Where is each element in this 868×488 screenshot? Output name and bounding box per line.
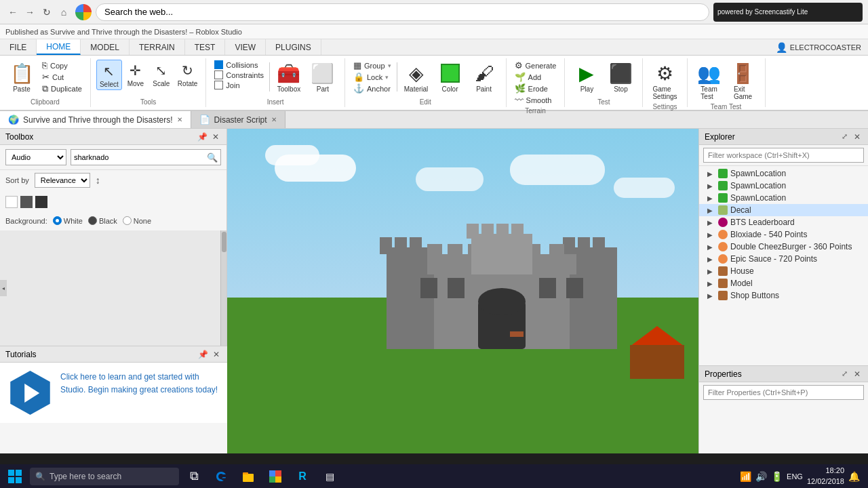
copy-button[interactable]: ⎘ Copy	[39, 60, 85, 71]
refresh-button[interactable]: ↻	[39, 5, 54, 20]
smooth-button[interactable]: 〰 Smooth	[512, 94, 559, 106]
erode-button[interactable]: 🌿 Erode	[512, 83, 559, 94]
tree-item-bloxiade[interactable]: ▶ Bloxiade - 540 Points	[699, 228, 868, 241]
tree-item-spawn3[interactable]: ▶ SpawnLocation	[699, 192, 868, 204]
tab-terrain[interactable]: TERRAIN	[130, 39, 185, 55]
paint-button[interactable]: 🖌 Paint	[468, 60, 500, 94]
taskbar-clock[interactable]: 18:20 12/02/2018	[807, 466, 844, 487]
home-button[interactable]: ⌂	[56, 5, 71, 20]
taskbar-app-explorer-file[interactable]	[236, 464, 260, 488]
tree-item-bts[interactable]: ▶ BTS Leaderboard	[699, 216, 868, 228]
tree-item-epicsauce[interactable]: ▶ Epic Sauce - 720 Points	[699, 253, 868, 265]
tree-item-shopbuttons[interactable]: ▶ Shop Buttons	[699, 289, 868, 302]
taskbar-search-bar[interactable]: 🔍 Type here to search	[30, 468, 179, 485]
explorer-pin-button[interactable]: ⤢	[839, 131, 850, 142]
tab-plugins[interactable]: PLUGINS	[266, 39, 321, 55]
tab-survive[interactable]: 🌍 Survive and Thrive through the Disaste…	[0, 111, 191, 128]
duplicate-button[interactable]: ⧉ Duplicate	[39, 83, 85, 95]
collapse-arrow[interactable]: ◂	[0, 280, 7, 296]
lock-button[interactable]: 🔒 Lock ▾	[351, 71, 394, 83]
taskbar-app-chrome[interactable]	[263, 464, 288, 488]
add-button[interactable]: 🌱 Add	[512, 71, 559, 83]
bg-none-radio[interactable]: None	[123, 216, 151, 225]
tree-item-spawn1[interactable]: ▶ SpawnLocation	[699, 167, 868, 180]
tree-item-spawn2[interactable]: ▶ SpawnLocation	[699, 180, 868, 192]
search-button[interactable]: 🔍	[207, 152, 218, 163]
generate-button[interactable]: ⚙ Generate	[512, 60, 559, 71]
disaster-tab-close[interactable]: ✕	[271, 116, 277, 123]
paste-button[interactable]: 📋 Paste	[5, 60, 38, 94]
tab-test[interactable]: TEST	[185, 39, 226, 55]
taskbar-right-area: 📶 🔊 🔋 ENG 18:20 12/02/2018 🔔	[740, 466, 865, 487]
sort-cursor[interactable]: ↕	[96, 175, 100, 186]
bg-white-radio[interactable]: White	[53, 216, 83, 225]
constraints-button[interactable]: Constraints	[212, 70, 267, 80]
toolbox-pin-button[interactable]: 📌	[197, 131, 208, 142]
move-button[interactable]: ✛ Move	[123, 60, 148, 89]
taskbar-app-taskview[interactable]: ⧉	[182, 464, 206, 488]
join-button[interactable]: Join	[212, 80, 267, 90]
search-input[interactable]	[74, 153, 207, 161]
tutorials-close-button[interactable]: ✕	[211, 349, 222, 360]
anchor-button[interactable]: ⚓ Anchor	[351, 83, 394, 94]
move-icon: ✛	[126, 61, 145, 80]
survive-tab-close[interactable]: ✕	[177, 116, 182, 123]
play-button[interactable]: ▶ Play	[570, 60, 603, 94]
taskbar-notification-icon[interactable]: 🔔	[848, 471, 860, 482]
tutorials-text[interactable]: Click here to learn and get started with…	[60, 371, 219, 396]
team-test-button[interactable]: 👥 TeamTest	[693, 60, 726, 102]
tab-home[interactable]: HOME	[37, 39, 81, 55]
properties-close-button[interactable]: ✕	[852, 369, 863, 380]
exit-game-button[interactable]: 🚪 ExitGame	[727, 60, 760, 102]
cut-button[interactable]: ✂ Cut	[39, 71, 85, 83]
red-roof-building	[630, 326, 684, 379]
group-button[interactable]: ▦ Group ▾	[351, 60, 394, 71]
tutorials-body[interactable]: Click here to learn and get started with…	[0, 363, 227, 423]
toolbox-close-button[interactable]: ✕	[210, 131, 221, 142]
tab-model[interactable]: MODEL	[81, 39, 130, 55]
tree-item-house[interactable]: ▶ House	[699, 265, 868, 277]
taskbar-network-icon[interactable]: 📶	[740, 471, 751, 482]
start-button[interactable]	[3, 464, 27, 488]
stop-button[interactable]: ⬛ Stop	[604, 60, 637, 94]
color-button[interactable]: Color	[434, 60, 467, 94]
back-button[interactable]: ←	[5, 5, 20, 20]
tab-disaster-script[interactable]: 📄 Disaster Script ✕	[191, 111, 285, 128]
tab-file[interactable]: FILE	[0, 39, 37, 55]
forward-button[interactable]: →	[22, 5, 37, 20]
taskbar-volume-icon[interactable]: 🔊	[755, 471, 767, 482]
material-button[interactable]: ◈ Material	[400, 60, 433, 94]
category-select[interactable]: Audio Models Decals Meshes	[5, 149, 66, 165]
sort-select[interactable]: Relevance Name Date	[35, 173, 90, 188]
taskbar-app-edge[interactable]	[209, 464, 233, 488]
tree-item-cheezburger[interactable]: ▶ Double CheezBurger - 360 Points	[699, 241, 868, 253]
bg-black-radio[interactable]: Black	[88, 216, 117, 225]
tree-item-model[interactable]: ▶ Model	[699, 277, 868, 289]
browser-nav-buttons: ← → ↻ ⌂	[5, 5, 71, 20]
toolbox-button[interactable]: 🧰 Toolbox	[273, 60, 305, 94]
explorer-close-button[interactable]: ✕	[852, 131, 863, 142]
main-content: Toolbox 📌 ✕ Audio Models Decals Meshes 🔍	[0, 129, 868, 453]
taskbar-app-roblox[interactable]: R	[290, 464, 315, 488]
svg-rect-26	[511, 224, 524, 239]
edit-group: ▦ Group ▾ 🔒 Lock ▾ ⚓ Anchor ◈ Material	[345, 58, 507, 107]
scale-button[interactable]: ⤡ Scale	[149, 60, 174, 89]
tree-item-decal[interactable]: ▶ Decal	[699, 204, 868, 216]
taskbar-battery-icon[interactable]: 🔋	[771, 471, 783, 482]
rotate-button[interactable]: ↻ Rotate	[175, 60, 200, 89]
lock-icon: 🔒	[353, 72, 364, 82]
part-button[interactable]: ⬜ Part	[307, 60, 339, 94]
game-settings-button[interactable]: ⚙ GameSettings	[648, 60, 681, 102]
tutorials-pin-button[interactable]: 📌	[197, 349, 208, 360]
collisions-button[interactable]: Collisions	[212, 60, 267, 70]
properties-pin-button[interactable]: ⤢	[839, 369, 850, 380]
tab-view[interactable]: VIEW	[225, 39, 266, 55]
viewport[interactable]	[227, 129, 698, 453]
explorer-filter-input[interactable]	[703, 148, 864, 163]
scrollbar[interactable]	[220, 230, 226, 346]
address-bar[interactable]: Search the web...	[96, 3, 709, 21]
background-controls: Background: White Black None	[0, 214, 226, 230]
properties-filter-input[interactable]	[703, 385, 864, 400]
select-button[interactable]: ↖ Select	[96, 60, 122, 90]
taskbar-app-misc[interactable]: ▤	[317, 464, 342, 488]
